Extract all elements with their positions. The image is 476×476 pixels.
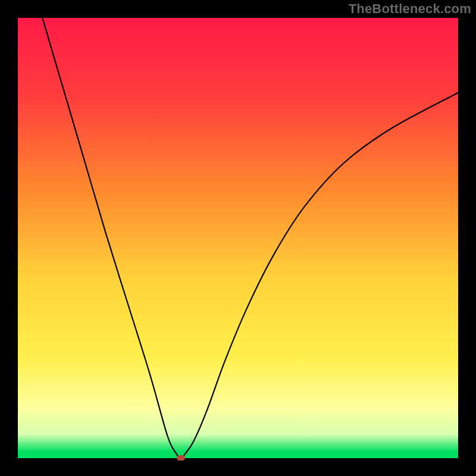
watermark-text: TheBottleneck.com: [349, 1, 471, 17]
optimal-marker: [177, 455, 185, 461]
chart-frame: TheBottleneck.com: [0, 0, 476, 476]
bottleneck-curve: [18, 18, 458, 458]
plot-area: [18, 18, 458, 458]
curve-layer: [18, 18, 458, 458]
